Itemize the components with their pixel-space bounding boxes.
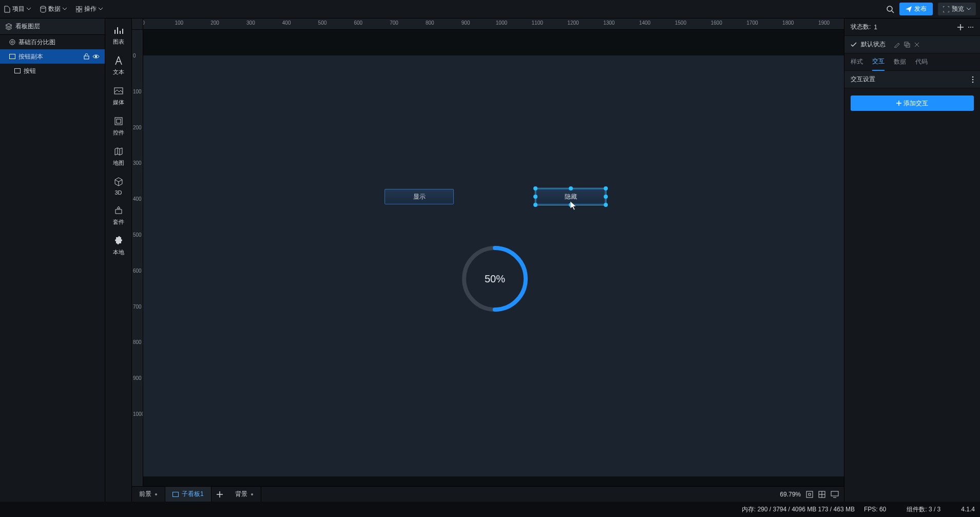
menu-project[interactable]: 项目 (4, 5, 31, 13)
svg-rect-15 (117, 119, 121, 123)
monitor-icon[interactable] (831, 491, 839, 498)
state-count-row: 状态数: 1 (844, 18, 980, 36)
add-interaction-button[interactable]: 添加交互 (851, 95, 974, 111)
tab-background[interactable]: 背景 (228, 487, 261, 502)
layer-item-gauge[interactable]: 基础百分比图 (0, 35, 105, 49)
menu-data[interactable]: 数据 (40, 5, 67, 13)
search-icon[interactable] (886, 5, 894, 13)
rail-map[interactable]: 地图 (113, 146, 124, 167)
artboard[interactable]: 显示 隐藏 (143, 55, 844, 476)
property-tabs: 样式 交互 数据 代码 (844, 53, 980, 71)
rail-label: 媒体 (113, 99, 124, 106)
rail-label: 3D (114, 189, 122, 196)
state-default-row[interactable]: 默认状态 (844, 36, 980, 53)
widget-icon (113, 116, 124, 127)
rail-media[interactable]: 媒体 (113, 85, 124, 106)
tab-label: 前景 (139, 490, 151, 499)
ruler-horizontal: 0100200300400500600700800900100011001200… (143, 18, 844, 30)
svg-point-0 (41, 6, 46, 8)
more-vert-icon[interactable] (972, 76, 974, 83)
tab-code[interactable]: 代码 (915, 53, 928, 70)
chart-icon (113, 25, 124, 36)
rail-3d[interactable]: 3D (113, 176, 124, 196)
layer-item-button-copy[interactable]: 按钮副本 (0, 49, 105, 64)
state-count-label: 状态数: (851, 23, 871, 31)
close-icon[interactable] (914, 42, 919, 47)
svg-point-27 (968, 27, 969, 28)
unlock-icon[interactable] (84, 53, 89, 60)
artboard-tabs: 前景 子看板1 背景 69.79% (132, 486, 844, 502)
svg-rect-10 (84, 56, 89, 59)
rail-kit[interactable]: 套件 (113, 205, 124, 226)
chevron-down-icon (63, 8, 67, 10)
properties-panel: 状态数: 1 默认状态 样式 交互 数据 代码 交互设置 添加交互 (844, 18, 980, 502)
expand-icon (943, 6, 949, 12)
canvas-viewport[interactable]: 显示 隐藏 (143, 30, 844, 486)
layer-item-button[interactable]: 按钮 (0, 64, 105, 78)
check-icon (851, 42, 857, 47)
rect-icon (9, 54, 15, 59)
ruler-corner (132, 18, 143, 30)
svg-point-28 (970, 27, 971, 28)
chevron-down-icon (967, 8, 971, 10)
layers-icon (5, 23, 12, 30)
component-rail: 图表 文本 媒体 控件 地图 3D 套件 本地 (105, 18, 132, 502)
eye-icon[interactable] (92, 53, 100, 60)
more-icon[interactable] (968, 24, 974, 30)
canvas-button-hide[interactable]: 隐藏 (536, 189, 605, 204)
plus-icon (896, 101, 901, 106)
copy-icon[interactable] (904, 42, 910, 48)
state-name: 默认状态 (861, 40, 886, 49)
svg-point-18 (155, 493, 157, 495)
state-count-value: 1 (874, 24, 877, 31)
menu-label: 项目 (12, 5, 25, 13)
publish-label: 发布 (914, 5, 927, 13)
rail-local[interactable]: 本地 (113, 235, 124, 256)
cube-icon (113, 176, 124, 187)
rail-chart[interactable]: 图表 (113, 25, 124, 46)
tab-subboard[interactable]: 子看板1 (165, 487, 212, 502)
plus-icon[interactable] (957, 24, 964, 30)
svg-point-7 (10, 40, 15, 45)
svg-rect-9 (10, 54, 15, 59)
rail-text[interactable]: 文本 (113, 55, 124, 76)
puzzle-icon (113, 235, 124, 246)
rail-label: 图表 (113, 38, 124, 46)
svg-point-5 (887, 6, 892, 11)
edit-icon[interactable] (894, 42, 900, 48)
zoom-value[interactable]: 69.79% (780, 491, 801, 498)
svg-rect-14 (115, 118, 122, 125)
tab-foreground[interactable]: 前景 (132, 487, 165, 502)
svg-point-20 (251, 493, 253, 495)
rail-label: 控件 (113, 129, 124, 137)
status-version: 4.1.4 (961, 506, 975, 513)
svg-point-32 (972, 76, 974, 78)
layout-icon[interactable] (818, 491, 825, 498)
rect-icon (14, 68, 21, 73)
tab-style[interactable]: 样式 (851, 53, 863, 70)
chevron-down-icon (27, 8, 31, 10)
media-icon (113, 85, 124, 97)
tab-interaction[interactable]: 交互 (872, 53, 885, 71)
layer-label: 基础百分比图 (18, 38, 55, 47)
preview-button[interactable]: 预览 (938, 3, 976, 15)
text-icon (113, 55, 124, 66)
add-tab-button[interactable] (212, 487, 228, 502)
fit-icon[interactable] (806, 491, 813, 498)
file-icon (4, 6, 10, 13)
tab-label: 子看板1 (182, 490, 204, 499)
layer-label: 按钮副本 (18, 52, 43, 61)
status-memory: 内存: 290 / 3794 / 4096 MB 173 / 463 MB (742, 505, 855, 514)
menu-label: 数据 (48, 5, 61, 13)
rail-widget[interactable]: 控件 (113, 116, 124, 137)
menu-actions[interactable]: 操作 (76, 5, 103, 13)
tab-data[interactable]: 数据 (894, 53, 906, 70)
database-icon (40, 6, 46, 13)
percentage-gauge[interactable]: 50% (456, 240, 533, 317)
publish-button[interactable]: 发布 (899, 3, 933, 15)
svg-line-6 (892, 11, 894, 13)
canvas-button-show[interactable]: 显示 (385, 189, 454, 204)
status-fps: FPS: 60 (864, 506, 886, 513)
layers-panel: 看板图层 基础百分比图 按钮副本 (0, 18, 105, 502)
svg-point-11 (95, 55, 97, 58)
